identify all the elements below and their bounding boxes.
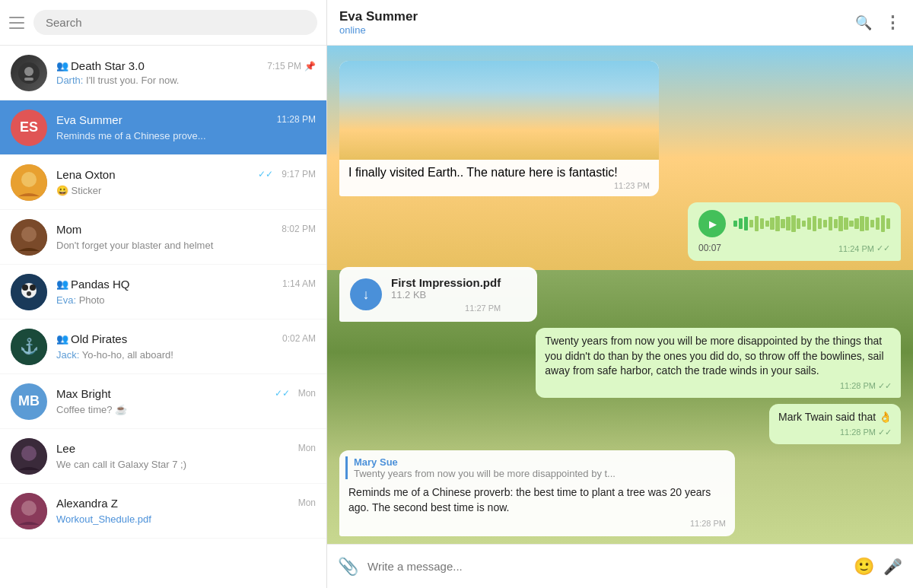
attach-icon[interactable]: 📎 bbox=[338, 557, 358, 577]
table-row: Twenty years from now you will be more d… bbox=[339, 328, 901, 398]
avatar bbox=[11, 55, 47, 91]
chat-preview: Coffee time? ☕ bbox=[56, 404, 127, 415]
chat-header-info: Eva Summer online bbox=[339, 9, 418, 36]
chat-preview: Reminds me of a Chinese prove... bbox=[56, 130, 206, 141]
chat-time: Mon bbox=[298, 497, 316, 508]
wave-bar bbox=[781, 219, 784, 228]
emoji-icon[interactable]: 🙂 bbox=[854, 557, 874, 577]
message-text: Reminds me of a Chinese proverb: the bes… bbox=[339, 482, 735, 536]
avatar bbox=[11, 164, 47, 201]
wave-bar bbox=[844, 218, 848, 230]
list-item[interactable]: 👥 Death Star 3.0 7:15 PM 📌 Darth: I'll t… bbox=[0, 46, 326, 100]
menu-icon[interactable] bbox=[9, 17, 24, 29]
table-row: Mark Twain said that 👌 11:28 PM ✓✓ bbox=[339, 404, 901, 444]
chat-info: Lena Oxton ✓✓ 9:17 PM 😀 Sticker bbox=[56, 168, 316, 197]
wave-bar bbox=[865, 217, 869, 230]
quote-author: Mary Sue bbox=[354, 456, 729, 468]
wave-bar bbox=[886, 218, 890, 229]
chat-time: Mon bbox=[298, 443, 316, 453]
chat-info: Lee Mon We can call it Galaxy Star 7 ;) bbox=[56, 442, 316, 471]
table-row: 00:07 11:24 PM ✓✓ bbox=[339, 202, 901, 261]
list-item[interactable]: Mom 8:02 PM Don't forget your blaster an… bbox=[0, 210, 326, 265]
message-time: 11:28 PM ✓✓ bbox=[778, 427, 892, 438]
voice-controls bbox=[698, 210, 890, 237]
mic-icon[interactable]: 🎤 bbox=[883, 558, 902, 576]
avatar: ES bbox=[11, 110, 47, 146]
list-item[interactable]: Lee Mon We can call it Galaxy Star 7 ;) bbox=[0, 429, 326, 484]
wave-bar bbox=[870, 220, 874, 227]
image-bubble: I finally visited Earth.. The nature her… bbox=[339, 61, 659, 196]
chat-name: Lena Oxton bbox=[56, 168, 116, 181]
chat-preview: Workout_Shedule.pdf bbox=[56, 513, 151, 525]
wave-bar bbox=[849, 221, 853, 227]
waveform bbox=[733, 215, 890, 233]
chat-input-area: 📎 🙂 🎤 bbox=[327, 544, 913, 588]
chat-info: Eva Summer 11:28 PM Reminds me of a Chin… bbox=[56, 113, 316, 142]
wave-bar bbox=[876, 218, 880, 230]
avatar bbox=[11, 438, 47, 475]
chat-preview: We can call it Galaxy Star 7 ;) bbox=[56, 459, 186, 470]
wave-bar bbox=[770, 218, 774, 230]
chat-info: 👥 Old Pirates 0:02 AM Jack: Yo-ho-ho, al… bbox=[56, 332, 316, 361]
wave-bar bbox=[823, 220, 827, 227]
quote-bubble: Mary Sue Twenty years from now you will … bbox=[339, 450, 735, 536]
chat-info: 👥 Death Star 3.0 7:15 PM 📌 Darth: I'll t… bbox=[56, 59, 316, 86]
file-name: First Impression.pdf bbox=[391, 276, 501, 289]
file-info: First Impression.pdf 11.2 KB 11:27 PM bbox=[391, 276, 501, 313]
wave-bar bbox=[744, 217, 748, 230]
chat-info: Alexandra Z Mon Workout_Shedule.pdf bbox=[56, 497, 316, 526]
play-button[interactable] bbox=[698, 210, 726, 237]
svg-point-9 bbox=[22, 284, 28, 291]
wave-bar bbox=[829, 217, 832, 230]
list-item[interactable]: 👥 Pandas HQ 1:14 AM Eva: Photo bbox=[0, 265, 326, 319]
voice-duration: 00:07 bbox=[698, 243, 721, 253]
chat-name: Old Pirates bbox=[71, 332, 127, 345]
chat-image bbox=[339, 61, 659, 160]
list-item[interactable]: Lena Oxton ✓✓ 9:17 PM 😀 Sticker bbox=[0, 155, 326, 210]
wave-bar bbox=[733, 221, 737, 227]
voice-bubble: 00:07 11:24 PM ✓✓ bbox=[688, 202, 901, 261]
file-bubble: First Impression.pdf 11.2 KB 11:27 PM bbox=[339, 267, 537, 322]
message-time: 11:24 PM ✓✓ bbox=[838, 243, 890, 253]
list-item[interactable]: ⚓ 👥 Old Pirates 0:02 AM Jack: Yo-ho-ho, … bbox=[0, 319, 326, 374]
wave-bar bbox=[802, 221, 806, 227]
wave-bar bbox=[755, 216, 759, 231]
message-time: 11:28 PM bbox=[348, 518, 726, 529]
chat-preview: Don't forget your blaster and helmet bbox=[56, 240, 213, 251]
list-item[interactable]: Alexandra Z Mon Workout_Shedule.pdf bbox=[0, 484, 326, 539]
wave-bar bbox=[818, 218, 822, 229]
chat-time: 11:28 PM bbox=[277, 114, 316, 125]
wave-bar bbox=[739, 218, 743, 229]
sidebar: 👥 Death Star 3.0 7:15 PM 📌 Darth: I'll t… bbox=[0, 0, 327, 588]
chat-name: Alexandra Z bbox=[56, 497, 118, 510]
chat-preview: Darth: I'll trust you. For now. bbox=[56, 75, 179, 86]
chat-panel: Eva Summer online 🔍 ⋮ I finally visited … bbox=[327, 0, 913, 588]
chat-info: Mom 8:02 PM Don't forget your blaster an… bbox=[56, 223, 316, 252]
message-text: Mark Twain said that 👌 bbox=[778, 411, 892, 423]
chat-time: 8:02 PM bbox=[282, 224, 316, 234]
chat-name: Pandas HQ bbox=[71, 278, 130, 291]
avatar bbox=[11, 274, 47, 310]
chat-header-actions: 🔍 ⋮ bbox=[855, 13, 901, 33]
file-size: 11.2 KB bbox=[391, 289, 501, 300]
search-input[interactable] bbox=[33, 10, 317, 35]
message-input[interactable] bbox=[367, 560, 845, 573]
wave-bar bbox=[786, 217, 790, 230]
list-item[interactable]: MB Max Bright ✓✓ Mon Coffee time? ☕ bbox=[0, 374, 326, 429]
wave-bar bbox=[765, 221, 769, 227]
text-bubble: Mark Twain said that 👌 11:28 PM ✓✓ bbox=[769, 404, 901, 444]
list-item[interactable]: ES Eva Summer 11:28 PM Reminds me of a C… bbox=[0, 100, 326, 155]
messages-area: I finally visited Earth.. The nature her… bbox=[327, 46, 913, 544]
message-time: 11:23 PM bbox=[348, 181, 650, 190]
message-text: Twenty years from now you will be more d… bbox=[545, 335, 883, 377]
svg-point-6 bbox=[21, 227, 37, 242]
quote-text: Twenty years from now you will be more d… bbox=[354, 468, 729, 479]
search-icon[interactable]: 🔍 bbox=[855, 14, 872, 31]
svg-rect-2 bbox=[24, 78, 33, 81]
chat-info: 👥 Pandas HQ 1:14 AM Eva: Photo bbox=[56, 278, 316, 307]
more-options-icon[interactable]: ⋮ bbox=[884, 13, 901, 33]
wave-bar bbox=[797, 218, 800, 229]
download-button[interactable] bbox=[350, 278, 382, 310]
wave-bar bbox=[813, 216, 816, 231]
message-text: I finally visited Earth.. The nature her… bbox=[348, 166, 618, 179]
